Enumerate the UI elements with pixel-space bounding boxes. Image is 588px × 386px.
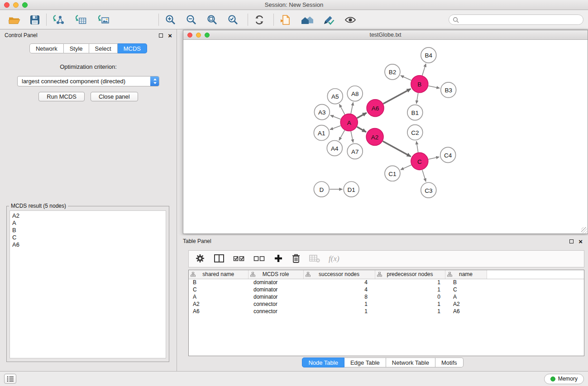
table-row[interactable]: Bdominator41B <box>189 279 584 286</box>
graph-edge-A-A4[interactable] <box>339 130 344 140</box>
graph-edge-C-C4[interactable] <box>428 157 439 159</box>
run-mcds-button[interactable]: Run MCDS <box>38 92 85 101</box>
graph-edge-B-B2[interactable] <box>401 76 411 81</box>
select-all-button[interactable] <box>233 254 245 264</box>
mcds-result-item[interactable]: A <box>12 219 163 227</box>
task-history-button[interactable] <box>4 374 16 384</box>
graph-edge-A-A5[interactable] <box>339 104 345 114</box>
tab-motifs[interactable]: Motifs <box>435 357 464 367</box>
open-document-button[interactable] <box>277 13 293 27</box>
tab-network[interactable]: Network <box>29 43 64 53</box>
tab-network-table[interactable]: Network Table <box>386 357 435 367</box>
graph-node-C3[interactable]: C3 <box>421 182 436 198</box>
apply-style-button[interactable] <box>321 13 336 27</box>
zoom-fit-button[interactable] <box>204 13 220 27</box>
close-panel-button[interactable]: Close panel <box>91 92 138 101</box>
zoom-window-button[interactable] <box>22 2 28 8</box>
minimize-window-button[interactable] <box>13 2 19 8</box>
graph-edge-C-C2[interactable] <box>416 141 418 152</box>
graph-edge-A-A8[interactable] <box>351 102 353 114</box>
open-session-button[interactable] <box>6 13 22 27</box>
graph-edge-B-B3[interactable] <box>428 86 440 88</box>
zoom-in-button[interactable] <box>163 13 178 27</box>
clear-table-button[interactable] <box>309 254 320 264</box>
graph-edge-A-A6[interactable] <box>357 113 367 118</box>
graph-node-B4[interactable]: B4 <box>421 48 436 63</box>
column-header-name[interactable]: name <box>445 270 487 279</box>
zoom-selected-button[interactable] <box>225 13 240 27</box>
add-column-button[interactable] <box>274 254 283 264</box>
show-columns-button[interactable] <box>214 253 225 265</box>
network-close-button[interactable] <box>187 33 192 38</box>
window-resize-handle[interactable] <box>581 227 587 233</box>
import-image-button[interactable] <box>96 13 111 27</box>
save-session-button[interactable] <box>27 13 43 27</box>
column-header-predecessor-nodes[interactable]: predecessor nodes <box>375 270 445 279</box>
graph-node-A5[interactable]: A5 <box>327 89 343 104</box>
graph-node-C2[interactable]: C2 <box>407 125 423 140</box>
network-canvas[interactable]: B4B2BB3A8A5A6A3B1AC2A1A2A4A7C4CC1C3DD1 <box>183 40 588 234</box>
graph-node-A3[interactable]: A3 <box>314 105 330 120</box>
search-input[interactable] <box>462 17 579 23</box>
mcds-result-item[interactable]: A2 <box>12 212 163 219</box>
graph-edge-A-A7[interactable] <box>351 131 353 143</box>
graph-node-A4[interactable]: A4 <box>327 140 342 156</box>
deselect-all-button[interactable] <box>253 254 265 264</box>
graph-node-A6[interactable]: A6 <box>367 100 384 117</box>
graph-node-B2[interactable]: B2 <box>385 64 400 80</box>
graph-node-A1[interactable]: A1 <box>314 125 329 141</box>
table-row[interactable]: Cdominator41C <box>189 286 584 293</box>
float-table-panel-icon[interactable] <box>569 239 574 243</box>
graph-node-C[interactable]: C <box>411 152 428 170</box>
tab-mcds[interactable]: MCDS <box>118 43 147 53</box>
close-window-button[interactable] <box>4 2 10 8</box>
network-minimize-button[interactable] <box>196 33 201 38</box>
graph-node-A2[interactable]: A2 <box>366 129 383 146</box>
graph-node-D1[interactable]: D1 <box>344 181 359 197</box>
graph-edge-C-C1[interactable] <box>401 165 411 170</box>
search-field[interactable] <box>449 14 583 25</box>
graph-node-D[interactable]: D <box>314 181 329 197</box>
mcds-result-list[interactable]: A2ABCA6 <box>10 210 166 358</box>
column-header-shared-name[interactable]: shared name <box>189 270 248 279</box>
mcds-result-item[interactable]: C <box>12 234 163 241</box>
tab-select[interactable]: Select <box>89 43 118 53</box>
graph-node-A8[interactable]: A8 <box>347 86 363 101</box>
tab-style[interactable]: Style <box>64 43 89 53</box>
optimization-criterion-dropdown[interactable]: largest connected component (directed) <box>17 76 159 86</box>
show-details-button[interactable] <box>343 13 358 27</box>
table-settings-button[interactable] <box>195 253 205 265</box>
import-table-button[interactable] <box>73 13 88 27</box>
table-row[interactable]: Adominator80A <box>189 293 584 300</box>
mcds-result-item[interactable]: B <box>12 227 163 234</box>
graph-node-C4[interactable]: C4 <box>440 147 456 162</box>
refresh-button[interactable] <box>252 13 267 27</box>
graph-edge-A6-B[interactable] <box>383 89 411 104</box>
column-header-MCDS-role[interactable]: MCDS role <box>248 270 303 279</box>
memory-button[interactable]: Memory <box>544 374 584 384</box>
column-header-successor-nodes[interactable]: successor nodes <box>303 270 375 279</box>
import-network-button[interactable] <box>50 13 66 27</box>
network-zoom-button[interactable] <box>205 33 210 38</box>
tab-node-table[interactable]: Node Table <box>302 357 344 367</box>
graph-edge-A-A2[interactable] <box>357 127 366 132</box>
graph-node-A7[interactable]: A7 <box>347 143 363 159</box>
graph-edge-A-A3[interactable] <box>330 115 341 119</box>
table-row[interactable]: A2connector11A2 <box>189 300 584 308</box>
graph-edge-B-B4[interactable] <box>422 64 426 76</box>
function-builder-button[interactable]: f(x) <box>329 254 339 263</box>
network-overview-button[interactable] <box>299 13 315 27</box>
float-panel-icon[interactable] <box>159 33 163 38</box>
zoom-out-button[interactable] <box>183 13 199 27</box>
table-row[interactable]: A6connector11A6 <box>189 308 584 315</box>
tab-edge-table[interactable]: Edge Table <box>344 357 386 367</box>
mcds-result-item[interactable]: A6 <box>12 241 163 248</box>
graph-edge-A-A1[interactable] <box>330 126 341 130</box>
delete-column-button[interactable] <box>292 253 301 265</box>
graph-edge-B-B1[interactable] <box>416 93 418 104</box>
graph-node-B3[interactable]: B3 <box>441 82 456 98</box>
graph-node-A[interactable]: A <box>340 114 358 131</box>
graph-edge-C-C3[interactable] <box>422 170 426 181</box>
graph-node-B[interactable]: B <box>411 76 428 93</box>
graph-edge-A2-C[interactable] <box>383 141 411 157</box>
